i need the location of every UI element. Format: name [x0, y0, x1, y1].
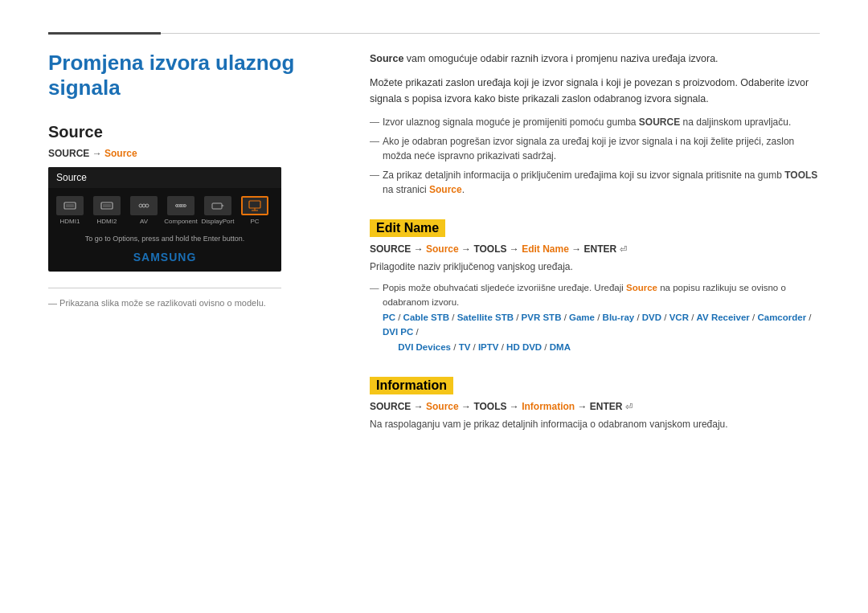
tools-bold: TOOLS [784, 170, 817, 181]
edit-name-path: SOURCE → Source → TOOLS → Edit Name → EN… [370, 243, 820, 255]
selected-checkmark: ✓ [280, 204, 281, 217]
source-icon-displayport: DisplayPort [203, 196, 233, 225]
info-enter: ENTER [590, 401, 623, 412]
device-dma: DMA [550, 342, 571, 352]
left-column: Promjena izvora ulaznog signala Source S… [48, 51, 338, 438]
displayport-icon-box [204, 196, 231, 215]
edit-name-header: Edit Name [370, 219, 445, 237]
edit-name-tools: TOOLS [473, 243, 506, 255]
source-icon-hdmi1: HDMI1 [55, 196, 85, 225]
edit-name-source-link: Source [426, 243, 459, 255]
svg-point-5 [142, 204, 145, 207]
svg-point-11 [182, 205, 184, 207]
information-header: Information [370, 377, 453, 394]
pc-icon-box [241, 196, 268, 215]
source-path-link: Source [104, 148, 137, 159]
info-path-source: SOURCE [370, 401, 411, 412]
bullet-item-1: Izvor ulaznog signala moguće je promijen… [370, 115, 820, 129]
information-path: SOURCE → Source → TOOLS → Information → … [370, 401, 820, 412]
top-line-light [161, 33, 820, 34]
source-ui-header: Source [48, 167, 281, 188]
source-ui-message: To go to Options, press and hold the Ent… [48, 228, 281, 246]
bullet-item-2: Ako je odabran pogrešan izvor signala za… [370, 134, 820, 163]
source-link-1: Source [429, 184, 462, 195]
svg-point-4 [139, 204, 142, 207]
device-satellite-stb: Satellite STB [457, 313, 514, 322]
top-divider [48, 32, 820, 35]
section-title: Source [48, 123, 338, 141]
samsung-text: SAMSUNG [133, 251, 197, 264]
svg-point-10 [178, 205, 180, 207]
device-cable-stb: Cable STB [403, 313, 450, 322]
edit-name-link: Edit Name [522, 243, 569, 255]
intro-text-1: Source vam omogućuje odabir raznih izvor… [370, 51, 820, 67]
hdmi2-label: HDMI2 [97, 218, 117, 225]
component-label: Component [164, 218, 197, 225]
devices-list: Popis može obuhvaćati sljedeće izvoriišn… [370, 280, 820, 354]
svg-rect-14 [249, 201, 260, 208]
device-dvi-devices: DVI Devices [398, 342, 451, 352]
bullet-item-3: Za prikaz detaljnih informacija o priklj… [370, 168, 820, 197]
edit-name-path-source: SOURCE [370, 243, 411, 255]
device-pvr-stb: PVR STB [522, 313, 562, 322]
top-line-dark [48, 32, 161, 35]
page-title: Promjena izvora ulaznog signala [48, 51, 338, 100]
info-tools: TOOLS [473, 401, 506, 412]
device-camcorder: Camcorder [757, 313, 806, 322]
source-path-label: SOURCE [48, 148, 89, 159]
source-bold-1: SOURCE [639, 116, 680, 128]
displayport-label: DisplayPort [202, 218, 235, 225]
intro-bold: Source [370, 53, 403, 64]
devices-source-link: Source [626, 283, 657, 292]
av-label: AV [140, 218, 148, 225]
device-iptv: IPTV [478, 342, 499, 352]
svg-rect-3 [103, 204, 111, 207]
device-dvi-pc: DVI PC [383, 327, 413, 337]
edit-name-description: Prilagodite naziv priključenog vanjskog … [370, 260, 820, 274]
source-path: SOURCE → Source [48, 148, 338, 159]
footnote: Prikazana slika može se razlikovati ovis… [48, 298, 338, 308]
page-container: Promjena izvora ulaznog signala Source S… [0, 0, 868, 470]
information-description: Na raspolaganju vam je prikaz detaljnih … [370, 417, 820, 431]
hdmi1-icon-box [56, 196, 84, 215]
hdmi2-icon-box [93, 196, 121, 215]
main-content: Promjena izvora ulaznog signala Source S… [48, 51, 820, 438]
information-section: Information SOURCE → Source → TOOLS → In… [370, 369, 820, 431]
info-source-link: Source [426, 401, 459, 412]
device-dvd: DVD [642, 313, 661, 322]
device-tv: TV [459, 342, 471, 352]
info-enter-icon: ⏎ [625, 402, 633, 411]
pc-label: PC [250, 218, 259, 225]
device-hd-dvd: HD DVD [506, 342, 542, 352]
device-game: Game [569, 313, 595, 322]
device-av-receiver: AV Receiver [697, 313, 750, 322]
source-icon-hdmi2: HDMI2 [92, 196, 122, 225]
samsung-logo: SAMSUNG [48, 246, 281, 272]
source-ui-icons: HDMI1 HDMI2 [48, 188, 281, 228]
component-icon-box [167, 196, 194, 215]
av-icon-box [130, 196, 158, 215]
svg-rect-12 [212, 203, 222, 209]
edit-name-section: Edit Name SOURCE → Source → TOOLS → Edit… [370, 211, 820, 354]
info-link: Information [522, 401, 575, 412]
device-bluray: Blu-ray [603, 313, 635, 322]
intro-text-2: Možete prikazati zaslon uređaja koji je … [370, 75, 820, 107]
left-divider [48, 288, 281, 288]
source-icon-component: Component [166, 196, 196, 225]
right-column: Source vam omogućuje odabir raznih izvor… [370, 51, 820, 438]
device-pc: PC [383, 313, 395, 322]
svg-point-6 [145, 204, 149, 207]
enter-icon: ⏎ [620, 244, 627, 254]
source-icon-pc: PC [240, 196, 270, 225]
hdmi1-label: HDMI1 [60, 218, 80, 225]
edit-name-enter: ENTER [584, 243, 617, 255]
svg-rect-1 [66, 204, 74, 207]
source-ui-mockup: Source HDMI1 HDMI2 [48, 167, 281, 272]
source-path-arrow: → [89, 148, 104, 159]
device-vcr: VCR [669, 313, 689, 322]
source-icon-av: AV [129, 196, 159, 225]
bullet-list: Izvor ulaznog signala moguće je promijen… [370, 115, 820, 197]
svg-marker-13 [222, 205, 224, 206]
intro-text1: vam omogućuje odabir raznih izvora i pro… [403, 53, 718, 64]
